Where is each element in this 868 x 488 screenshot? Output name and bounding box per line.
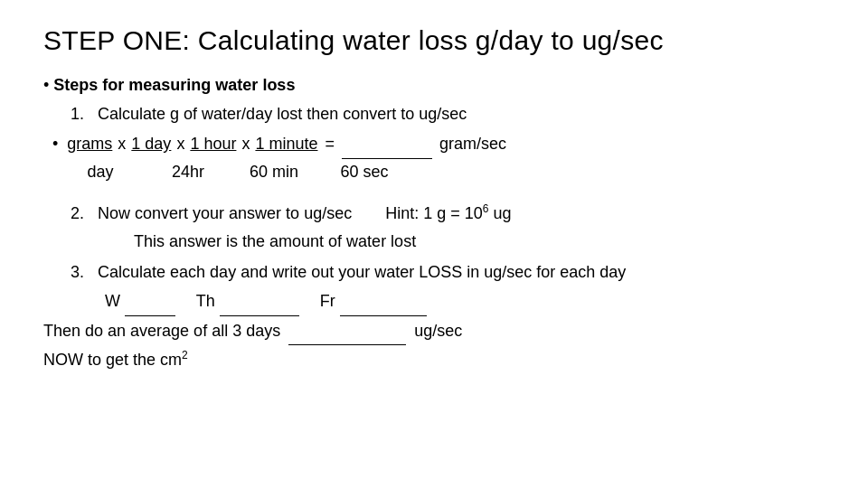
formula-equals: = — [325, 131, 335, 158]
now-exp: 2 — [182, 349, 188, 361]
spacer1 — [43, 186, 832, 201]
avg-suffix: ug/sec — [414, 322, 462, 340]
step1-line: 1. Calculate g of water/day lost then co… — [71, 101, 832, 128]
x2: x — [176, 131, 184, 158]
denom2: 24hr — [165, 159, 211, 186]
th-label: Th — [196, 292, 215, 310]
step1-label: 1. — [71, 105, 84, 123]
hint-main: Hint: 1 g = 10 — [385, 204, 483, 222]
step3-line: 3. Calculate each day and write out your… — [71, 259, 832, 286]
hint-suffix: ug — [488, 204, 511, 222]
x1: x — [118, 131, 126, 158]
avg-prefix: Then do an average of all 3 days — [43, 322, 280, 340]
step2-line: 2. Now convert your answer to ug/sec Hin… — [71, 201, 832, 228]
denom1: day — [77, 159, 124, 186]
term2-top: 1 day — [131, 131, 171, 158]
formula-result: gram/sec — [439, 131, 506, 158]
denom4: 60 sec — [337, 159, 392, 186]
formula-term3: 1 hour — [190, 131, 236, 158]
steps-header-text: Steps for measuring water loss — [53, 76, 295, 94]
th-blank — [220, 288, 299, 316]
w-label: W — [105, 292, 120, 310]
avg-line: Then do an average of all 3 days ug/sec — [43, 318, 832, 346]
now-line: NOW to get the cm2 — [43, 347, 832, 374]
x3: x — [241, 131, 250, 158]
step2-sub: This answer is the amount of water lost — [134, 229, 832, 256]
step2-label: 2. — [71, 204, 84, 222]
term1-top: grams — [67, 131, 112, 158]
term3-top: 1 hour — [190, 131, 236, 158]
step3-label: 3. — [71, 263, 84, 281]
formula-denominators: day 24hr 60 min 60 sec — [77, 159, 832, 186]
formula-blank — [342, 131, 432, 159]
step1-text: Calculate g of water/day lost then conve… — [98, 105, 467, 123]
step3-text: Calculate each day and write out your wa… — [98, 263, 626, 281]
formula-bullet: • — [52, 131, 67, 158]
now-text: NOW to get the cm — [43, 351, 182, 369]
page: STEP ONE: Calculating water loss g/day t… — [0, 0, 868, 488]
avg-blank — [288, 318, 406, 346]
fr-label: Fr — [320, 292, 335, 310]
denom3: 60 min — [249, 159, 299, 186]
wthfr-line: W Th Fr — [105, 288, 832, 316]
term4-top: 1 minute — [255, 131, 317, 158]
steps-header: • Steps for measuring water loss — [43, 72, 832, 99]
content-area: • Steps for measuring water loss 1. Calc… — [43, 72, 832, 374]
hint-text: Hint: 1 g = 106 ug — [385, 204, 511, 222]
w-blank — [125, 288, 175, 316]
formula-term2: 1 day — [131, 131, 171, 158]
page-title: STEP ONE: Calculating water loss g/day t… — [43, 25, 832, 56]
formula-term1: grams — [67, 131, 112, 158]
bullet-dot: • — [43, 76, 53, 94]
formula-row: • grams x 1 day x 1 hour x 1 minute = — [52, 131, 832, 159]
formula-term4: 1 minute — [255, 131, 317, 158]
fr-blank — [340, 288, 427, 316]
step2-text: Now convert your answer to ug/sec — [98, 204, 352, 222]
